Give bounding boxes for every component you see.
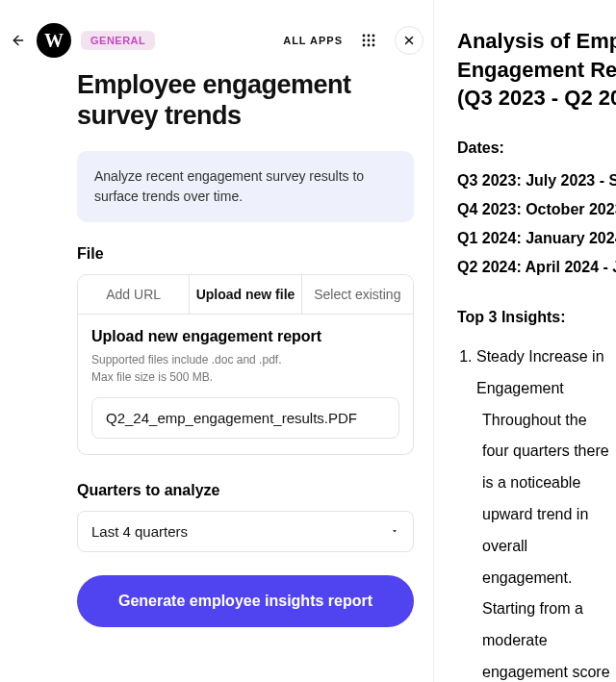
svg-point-1 [363,35,366,38]
upload-panel: Upload new engagement report Supported f… [77,315,414,455]
logo-letter: W [44,30,64,52]
close-icon [402,34,416,47]
left-panel: W GENERAL ALL APPS Employee engagement s… [0,0,433,682]
file-tabs: Add URL Upload new file Select existing [77,274,414,315]
page-title: Employee engagement survey trends [77,69,414,132]
all-apps-label[interactable]: ALL APPS [283,35,343,46]
svg-point-5 [368,39,371,42]
grid-icon [361,33,376,48]
description-box: Analyze recent engagement survey results… [77,151,414,222]
results-title: Analysis of Employee Engagement Report (… [457,27,616,113]
tab-select-existing[interactable]: Select existing [302,275,413,314]
svg-point-9 [372,44,375,47]
date-line: Q3 2023: July 2023 - September 2023 [457,172,616,189]
svg-point-3 [372,35,375,38]
close-button[interactable] [395,26,424,55]
generate-report-button[interactable]: Generate employee insights report [77,575,414,627]
upload-supported: Supported files include .doc and .pdf. [91,351,399,368]
insights-section: Top 3 Insights: Steady Increase in Engag… [457,309,616,682]
category-badge: GENERAL [81,31,155,50]
arrow-left-icon [11,33,26,48]
file-section: File Add URL Upload new file Select exis… [77,245,414,455]
insight-item: Steady Increase in Engagement Throughout… [476,341,616,682]
insight-body: Throughout the four quarters there is a … [476,405,616,682]
insights-label: Top 3 Insights: [457,309,616,326]
date-line: Q2 2024: April 2024 - June 2024 [457,259,616,276]
quarters-label: Quarters to analyze [77,482,414,499]
upload-title: Upload new engagement report [91,328,399,345]
tab-upload-new[interactable]: Upload new file [190,275,301,314]
quarters-value: Last 4 quarters [91,523,188,540]
quarters-select[interactable]: Last 4 quarters [77,511,414,552]
svg-point-4 [363,39,366,42]
tab-add-url[interactable]: Add URL [78,275,190,314]
dates-label: Dates: [457,139,616,157]
topbar-right: ALL APPS [283,26,424,55]
svg-point-6 [372,39,375,42]
svg-point-8 [368,44,371,47]
topbar: W GENERAL ALL APPS [10,23,424,58]
date-line: Q4 2023: October 2023 - December 2023 [457,201,616,218]
date-line: Q1 2024: January 2024 - March 2024 [457,230,616,247]
insight-title: Steady Increase in Engagement [476,348,604,396]
content: Employee engagement survey trends Analyz… [10,69,424,627]
file-input[interactable]: Q2_24_emp_engagement_results.PDF [91,397,399,439]
svg-point-7 [363,44,366,47]
upload-maxsize: Max file size is 500 MB. [91,368,399,386]
file-label: File [77,245,414,263]
back-button[interactable] [10,32,27,49]
apps-grid-button[interactable] [354,26,383,55]
logo: W [37,23,71,58]
quarters-section: Quarters to analyze Last 4 quarters [77,482,414,552]
svg-point-2 [368,35,371,38]
results-panel: Analysis of Employee Engagement Report (… [433,0,616,682]
chevron-down-icon [390,526,399,536]
